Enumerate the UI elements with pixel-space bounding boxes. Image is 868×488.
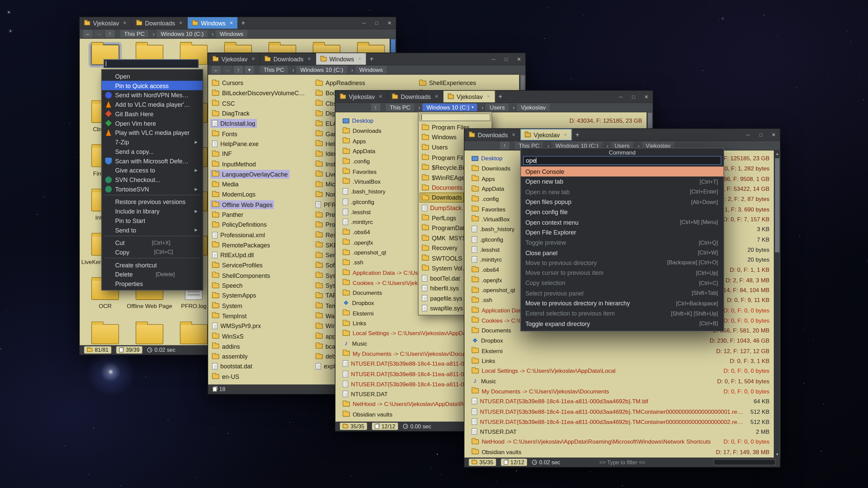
context-menu-item[interactable]: Play with VLC media player (102, 128, 202, 137)
context-menu-item[interactable]: Give access to (102, 165, 202, 175)
file-row[interactable]: Cursors (208, 78, 312, 88)
close-button[interactable]: ✕ (513, 53, 526, 65)
context-menu-item[interactable]: Pin to Start (102, 216, 202, 225)
file-row[interactable]: NTUSER.DAT2 MB (468, 427, 772, 437)
breadcrumb-segment[interactable]: Windows 10 (C:) (157, 30, 208, 38)
context-menu-item[interactable]: Properties (102, 279, 202, 288)
command-palette-item[interactable]: Open new tab[Ctrl+T] (521, 177, 724, 187)
context-menu-item[interactable]: Send with NordVPN Meshnet (102, 90, 202, 100)
tab-close-icon[interactable]: ✕ (307, 57, 311, 62)
file-row[interactable]: en-US (208, 372, 312, 382)
command-palette-item[interactable]: Open Console (521, 166, 724, 177)
file-row[interactable]: INF (208, 149, 312, 159)
nav-button[interactable]: ← (83, 30, 93, 38)
minimize-button[interactable]: ─ (742, 129, 755, 140)
context-menu-item[interactable]: Restore previous versions (102, 197, 202, 206)
filter-input[interactable] (713, 459, 775, 465)
file-row[interactable]: bootstat.dat (208, 362, 312, 372)
maximize-button[interactable]: □ (370, 17, 383, 29)
command-palette-item[interactable]: Open files popup[Alt+Down] (521, 197, 724, 207)
tab[interactable]: Vjekoslav✕ (443, 91, 495, 102)
new-tab-button[interactable]: + (495, 93, 505, 100)
file-row[interactable]: Professional.xml (208, 230, 312, 240)
command-palette-item[interactable]: Open in new tab[Ctrl+Enter] (521, 187, 724, 197)
file-row[interactable]: PolicyDefinitions (208, 220, 312, 230)
file-row[interactable]: LinksD: 0, F: 3, 1 KB (468, 356, 772, 366)
nav-button[interactable]: → (222, 66, 232, 74)
file-row[interactable]: NTUSER.DAT{53b39e88-18c4-11ea-a811-000d3… (468, 396, 772, 406)
context-menu-item[interactable]: 7-Zip (102, 137, 202, 147)
context-menu-item[interactable]: Open (102, 72, 202, 81)
file-row[interactable]: DtcInstall.log (208, 119, 312, 129)
context-menu-item[interactable]: Git Bash Here (102, 109, 202, 119)
tab[interactable]: Downloads✕ (132, 17, 188, 29)
tab[interactable]: Vjekoslav✕ (335, 91, 387, 102)
command-palette-item[interactable]: Toggle expand directory[Ctrl+B] (521, 319, 724, 329)
context-menu-item[interactable]: Pin to Quick access (102, 81, 202, 90)
titlebar[interactable]: Vjekoslav✕Downloads✕Windows✕ + ─ □ ✕ (208, 53, 526, 65)
command-palette-item[interactable]: Close panel[Ctrl+W] (521, 247, 724, 258)
breadcrumb-segment[interactable]: Windows (355, 66, 387, 74)
breadcrumb-segment[interactable]: Windows 10 (C:) (422, 103, 477, 111)
tab-close-icon[interactable]: ✕ (123, 20, 127, 25)
file-row[interactable]: InputMethod (208, 159, 312, 169)
command-palette-item[interactable]: Move to previous directory[Backspace] [C… (521, 258, 724, 268)
file-row[interactable]: ServiceProfiles (208, 260, 312, 270)
file-row[interactable]: RemotePackages (208, 240, 312, 250)
titlebar[interactable]: Vjekoslav✕Downloads✕Windows✕ + ─ □ ✕ (80, 17, 396, 29)
new-tab-button[interactable]: + (238, 19, 248, 27)
breadcrumb-segment[interactable]: This PC (386, 103, 414, 111)
context-menu-item[interactable]: SVN Checkout... (102, 175, 202, 184)
file-row[interactable]: ShellComponents (208, 270, 312, 281)
command-palette-item[interactable]: Open config file (521, 207, 724, 217)
file-row[interactable]: assembly (208, 351, 312, 362)
command-palette-item[interactable]: Open context menu[Ctrl+M] [Menu] (521, 217, 724, 227)
tab[interactable]: Windows✕ (188, 17, 238, 29)
titlebar[interactable]: Vjekoslav✕Downloads✕Vjekoslav✕ + ─ □ ✕ (335, 91, 653, 102)
breadcrumb-segment[interactable]: Windows (216, 30, 247, 38)
file-row[interactable]: MusicD: 0, F: 1, 504 bytes (468, 376, 772, 386)
rename-input[interactable] (103, 59, 199, 68)
file-row[interactable]: Fonts (208, 129, 312, 139)
file-row[interactable]: Offline Web Pages (208, 200, 312, 210)
file-row[interactable]: NTUSER.DAT{53b39e88-18c4-11ea-a811-000d3… (468, 416, 772, 427)
file-row[interactable]: NetHood -> C:\Users\Vjekoslav\AppData\Ro… (468, 437, 772, 447)
file-row[interactable]: Panther (208, 210, 312, 220)
context-menu-item[interactable]: Open Vim here (102, 118, 202, 128)
file-row[interactable]: BitLockerDiscoveryVolumeContents (208, 88, 312, 98)
scrollbar[interactable] (774, 150, 780, 458)
tab-close-icon[interactable]: ✕ (251, 57, 255, 62)
file-row[interactable]: DiagTrack (208, 108, 312, 119)
file-row[interactable]: AppReadiness (312, 78, 415, 88)
file-row[interactable]: Local Settings -> C:\Users\Vjekoslav\App… (468, 366, 772, 376)
scroll-down-icon[interactable] (774, 451, 780, 458)
tab-close-icon[interactable]: ✕ (179, 20, 183, 25)
context-menu-item[interactable]: Add to VLC media player's Playlist (102, 100, 202, 109)
file-row[interactable]: ShellExperiences (415, 78, 518, 88)
close-button[interactable]: ✕ (767, 129, 780, 140)
maximize-button[interactable]: □ (627, 91, 640, 102)
file-row[interactable]: ModemLogs (208, 189, 312, 200)
command-palette-item[interactable]: Move to previous directory in hierarchy[… (521, 298, 724, 308)
command-palette-item[interactable]: Copy selection[Ctrl+C] (521, 278, 724, 288)
new-tab-button[interactable]: + (572, 131, 582, 139)
file-row[interactable]: LanguageOverlayCache (208, 169, 312, 179)
context-menu-item[interactable]: Delete[Delete] (102, 269, 202, 279)
tab[interactable]: Downloads✕ (465, 129, 520, 140)
maximize-button[interactable]: □ (754, 129, 767, 140)
file-row[interactable]: EksterniD: 12, F: 127, 12 GB (468, 346, 772, 356)
breadcrumb-segment[interactable]: This PC (120, 30, 149, 38)
command-palette-item[interactable]: Toggle preview[Ctrl+Q] (521, 238, 724, 248)
file-row[interactable]: Media (208, 179, 312, 189)
nav-button[interactable]: → (94, 30, 104, 38)
breadcrumb-segment[interactable]: Vjekoslav (517, 103, 550, 111)
nav-button[interactable]: ↑ (234, 66, 243, 74)
breadcrumb-segment[interactable]: This PC (260, 66, 288, 74)
file-icon-item[interactable]: Prefetch (127, 320, 172, 345)
file-row[interactable]: WinSxS (208, 331, 312, 341)
tab[interactable]: Vjekoslav✕ (520, 129, 572, 140)
new-tab-button[interactable]: + (367, 55, 376, 63)
file-row[interactable]: Obsidian vaultsD: 17, F: 149, 38 MB (468, 447, 772, 457)
context-menu-item[interactable]: Create shortcut (102, 260, 202, 269)
minimize-button[interactable]: ─ (487, 53, 500, 65)
